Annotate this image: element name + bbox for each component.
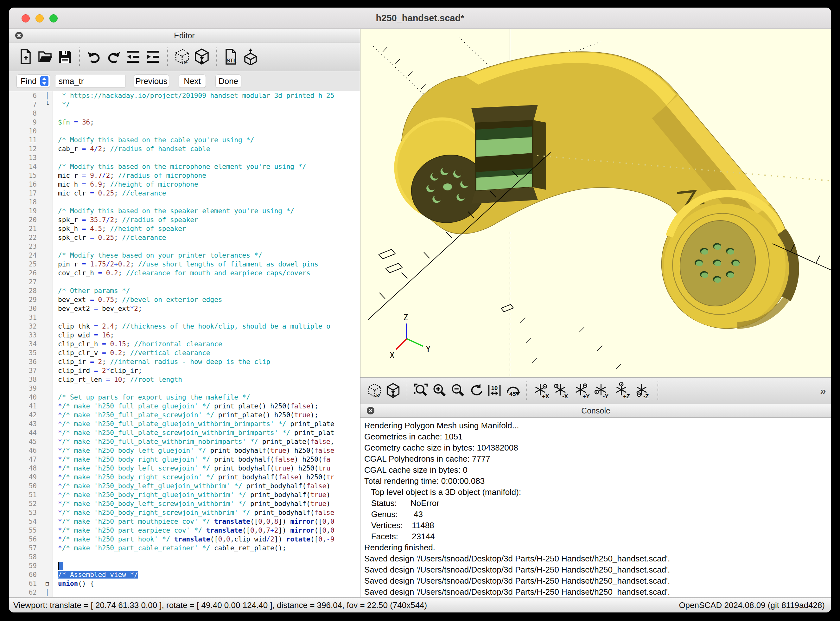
code-line[interactable]: 7└ */ xyxy=(9,100,360,109)
code-line[interactable]: 21spk_h = 4.5; //height of speaker xyxy=(9,224,360,233)
view-plusz-button[interactable]: +Z xyxy=(613,381,633,400)
code-line[interactable]: 20spk_r = 35.7/2; //radius of speaker xyxy=(9,215,360,224)
redo-button[interactable] xyxy=(104,46,124,67)
code-line[interactable]: 51*/* make 'h250_body_right_gluejoin_wit… xyxy=(9,491,360,499)
code-editor[interactable]: 6│ * https://hackaday.io/project/201909-… xyxy=(9,91,360,597)
code-line[interactable]: 34clip_clr_h = 0.15; //horizontal cleara… xyxy=(9,340,360,348)
code-line[interactable]: 35clip_clr_v = 0.2; //vertical clearance xyxy=(9,348,360,357)
find-mode-select[interactable]: Find xyxy=(17,74,50,88)
code-line[interactable]: 8 xyxy=(9,109,360,118)
code-line[interactable]: 10 xyxy=(9,127,360,136)
code-line[interactable]: 33clip_wid = 16; xyxy=(9,331,360,340)
preview-button[interactable]: » xyxy=(172,46,192,67)
zoom-out-button[interactable] xyxy=(448,381,467,400)
code-line[interactable]: 12cab_r = 4/2; //radius of handset cable xyxy=(9,144,360,153)
code-line[interactable]: 50*/* make 'h250_body_left_gluejoin_with… xyxy=(9,482,360,491)
code-line[interactable]: 18 xyxy=(9,198,360,207)
code-line[interactable]: 17mic_clr = 0.25; //clearance xyxy=(9,189,360,198)
close-icon[interactable] xyxy=(366,406,375,415)
rotate-45-icon: 45 xyxy=(505,383,521,398)
code-line[interactable]: 24/* Modify these based on your printer … xyxy=(9,251,360,260)
minimize-window-button[interactable] xyxy=(35,14,44,23)
code-line[interactable]: 27 xyxy=(9,277,360,286)
code-line[interactable]: 28/* Other params */ xyxy=(9,286,360,295)
code-line[interactable]: 53*/* make 'h250_body_right_screwjoin_wi… xyxy=(9,508,360,517)
code-line[interactable]: 55*/* make 'h250_part_earpiece_cov' */ t… xyxy=(9,526,360,535)
code-line[interactable]: 31 xyxy=(9,313,360,322)
preview-button[interactable]: » xyxy=(366,381,384,400)
find-done-button[interactable]: Done xyxy=(215,74,241,88)
zoom-in-button[interactable] xyxy=(430,381,448,400)
view-minusx-button[interactable]: -X xyxy=(552,381,572,400)
code-line[interactable]: 43*/* make 'h250_full_plate_gluejoin_wit… xyxy=(9,420,360,429)
code-line[interactable]: 42*/* make 'h250_full_plate_screwjoin' *… xyxy=(9,410,360,420)
code-line[interactable]: 14/* Modify this based on the microphone… xyxy=(9,162,360,171)
close-window-button[interactable] xyxy=(21,14,30,23)
fold-margin[interactable]: ⊟ xyxy=(42,579,53,588)
code-line[interactable]: 36clip_ir = 2; //internal radius - how d… xyxy=(9,357,360,366)
code-line[interactable]: 16mic_h = 6.9; //height of microphone xyxy=(9,180,360,189)
code-line[interactable]: 22spk_clr = 0.25; //clearance xyxy=(9,233,360,242)
render-button[interactable] xyxy=(192,46,212,67)
code-line[interactable]: 49*/* make 'h250_body_right_screwjoin' *… xyxy=(9,473,360,482)
close-icon[interactable] xyxy=(15,31,23,40)
view-plusx-button[interactable]: +X xyxy=(531,381,552,400)
code-line[interactable]: 48*/* make 'h250_body_left_screwjoin' */… xyxy=(9,464,360,473)
code-line[interactable]: 32clip_thk = 2.4; //thickness of the hoo… xyxy=(9,322,360,331)
code-line[interactable]: 40/* Set up parts for export using the m… xyxy=(9,393,360,402)
save-file-button[interactable] xyxy=(55,46,75,67)
find-next-button[interactable]: Next xyxy=(179,74,206,88)
code-line[interactable]: 41*/* make 'h250_full_plate_gluejoin' */… xyxy=(9,402,360,410)
zoom-window-button[interactable] xyxy=(49,14,58,23)
code-line[interactable]: 54*/* make 'h250_part_mouthpiece_cov' */… xyxy=(9,517,360,526)
find-previous-button[interactable]: Previous xyxy=(134,74,169,88)
code-line[interactable]: 57*/* make 'h250_part_cable_retainer' */… xyxy=(9,544,360,553)
code-line[interactable]: 47*/* make 'h250_body_right_gluejoin' */… xyxy=(9,455,360,464)
code-line[interactable]: 61⊟union() { xyxy=(9,579,360,588)
console-output[interactable]: Rendering Polygon Mesh using Manifold...… xyxy=(360,418,831,597)
code-line[interactable]: 15mic_r = 9.7/2; //radius of microphone xyxy=(9,171,360,180)
code-line[interactable]: 56*/* make 'h250_part_hook' */ translate… xyxy=(9,535,360,544)
code-line[interactable]: 29bev_ext = 0.75; //bevel on exterior ed… xyxy=(9,295,360,304)
view-minusz-button[interactable]: -Z xyxy=(633,381,653,400)
zoom-all-button[interactable] xyxy=(412,381,430,400)
render-button[interactable] xyxy=(384,381,402,400)
code-line[interactable]: 19/* Modify this based on the speaker el… xyxy=(9,207,360,215)
code-line[interactable]: 52*/* make 'h250_body_left_screwjoin_wit… xyxy=(9,499,360,508)
reset-view-button[interactable] xyxy=(467,381,485,400)
find-input[interactable] xyxy=(55,75,126,88)
code-line[interactable]: 13 xyxy=(9,153,360,162)
new-file-button[interactable] xyxy=(16,46,35,67)
code-line[interactable]: 39 xyxy=(9,384,360,393)
toolbar-overflow-chevron[interactable]: » xyxy=(820,385,826,397)
3d-render[interactable]: Z X Y xyxy=(360,29,831,377)
code-line[interactable]: 23 xyxy=(9,242,360,251)
unindent-button[interactable] xyxy=(124,46,143,67)
indent-button[interactable] xyxy=(143,46,163,67)
code-line[interactable]: 9$fn = 36; xyxy=(9,118,360,127)
code-line[interactable]: 26cov_clr_h = 0.2; //clearance for mouth… xyxy=(9,269,360,277)
code-line[interactable]: 62│ xyxy=(9,588,360,597)
app-window: h250_handset.scad* Editor »STL Find xyxy=(9,8,831,612)
view-plusy-button[interactable]: +Y xyxy=(572,381,592,400)
code-line[interactable]: 58 xyxy=(9,553,360,562)
undo-button[interactable] xyxy=(84,46,104,67)
export-stl-button[interactable]: STL xyxy=(221,46,241,67)
view-minusy-button[interactable]: -Y xyxy=(592,381,613,400)
code-line[interactable]: 44*/* make 'h250_full_plate_screwjoin_wi… xyxy=(9,429,360,437)
code-line[interactable]: 59 xyxy=(9,562,360,570)
code-line[interactable]: 60/* Assembled view */ xyxy=(9,570,360,579)
code-line[interactable]: 30bev_ext2 = bev_ext*2; xyxy=(9,304,360,313)
rotate-45-button[interactable]: 45 xyxy=(504,381,522,400)
view-distance-10-button[interactable]: 10 xyxy=(485,381,504,400)
code-line[interactable]: 46*/* make 'h250_body_left_gluejoin' */ … xyxy=(9,446,360,455)
open-file-button[interactable] xyxy=(35,46,55,67)
viewport-3d[interactable]: Z X Y xyxy=(360,29,831,377)
code-line[interactable]: 25pin_r = 1.75/2+0.2; //use short length… xyxy=(9,260,360,269)
code-line[interactable]: 6│ * https://hackaday.io/project/201909-… xyxy=(9,91,360,100)
code-line[interactable]: 11/* Modify this based on the cable you'… xyxy=(9,136,360,144)
code-line[interactable]: 38clip_rt_len = 10; //root length xyxy=(9,375,360,384)
export-button[interactable] xyxy=(241,46,260,67)
code-line[interactable]: 37clip_ird = 2*clip_ir; xyxy=(9,366,360,375)
code-line[interactable]: 45*/* make 'h250_full_plate_withbrim_nob… xyxy=(9,437,360,446)
